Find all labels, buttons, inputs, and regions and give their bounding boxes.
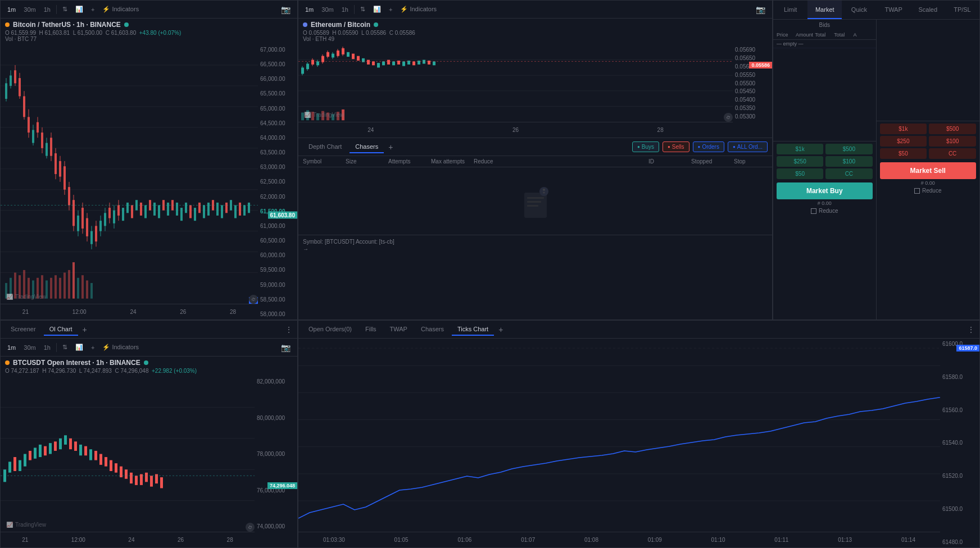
btc-1m-btn[interactable]: 1m [5,5,18,14]
sell-reduce-checkbox[interactable] [914,188,920,194]
btc-screenshot-btn[interactable]: 📷 [279,4,293,15]
tab-limit[interactable]: Limit [773,1,807,19]
svg-rect-110 [81,275,84,299]
oi-30m-btn[interactable]: 30m [21,343,38,352]
svg-rect-66 [131,205,133,218]
sell-100-btn[interactable]: $100 [929,136,976,147]
eth-chart-body: 0.05690 0.05650 0.05600 0.05550 0.05500 … [298,44,772,138]
bids-label: Bids [773,20,876,30]
tab-twap[interactable]: TWAP [877,1,911,19]
btc-clock-btn[interactable]: ⏱ [249,295,258,304]
eth-chart-type-btn[interactable]: 📊 [371,4,383,14]
ticks-chart-main-svg [298,339,940,532]
market-sell-btn[interactable]: Market Sell [880,162,977,179]
oi-indicators-btn[interactable]: ⚡ Indicators [100,342,141,352]
tab-open-orders[interactable]: Open Orders(0) [303,323,357,336]
eth-compare-btn[interactable]: ⇅ [358,4,368,14]
btc-chart-svg [1,44,258,304]
tab-twap-bottom[interactable]: TWAP [384,323,413,336]
btc-indicators-btn[interactable]: ⚡ Indicators [100,4,141,14]
all-orders-btn[interactable]: ● ALL Ord... [728,141,768,152]
buy-1k-btn[interactable]: $1k [777,144,823,154]
btc-dot-icon [5,22,10,27]
oi-compare-btn[interactable]: ⇅ [60,342,70,352]
buy-250-btn[interactable]: $250 [777,156,823,167]
sell-500-btn[interactable]: $500 [929,124,976,134]
oi-current-price-badge: 74,296.048 [267,482,297,489]
btc-compare-btn[interactable]: ⇅ [60,4,70,14]
oi-1m-btn[interactable]: 1m [5,343,18,352]
buy-100-btn[interactable]: $100 [825,156,872,167]
oi-clock-btn[interactable]: ⏱ [246,523,255,532]
eth-1m-btn[interactable]: 1m [303,5,316,14]
tab-market[interactable]: Market [807,1,842,19]
svg-rect-68 [140,203,142,216]
btc-low: L 61,500.00 [73,30,102,36]
symbol-account-info: Symbol: [BTCUSDT] Account: [ts-cb] → [298,235,772,255]
buy-500-btn[interactable]: $500 [825,144,872,154]
screener-tab-add[interactable]: + [80,325,89,334]
sell-250-btn[interactable]: $250 [880,136,927,147]
oi-add-btn[interactable]: + [89,343,97,352]
svg-rect-76 [176,203,178,216]
svg-rect-82 [203,205,205,218]
sell-50-btn[interactable]: $50 [880,148,927,159]
tab-screener[interactable]: Screener [5,323,42,336]
oi-chart-body: 82,000,000 80,000,000 78,000,000 76,000,… [1,376,297,547]
middle-panel: 1m 30m 1h ⇅ 📊 + ⚡ Indicators 📷 Ethereum … [298,0,773,320]
svg-rect-188 [59,439,62,449]
orders-btn[interactable]: ● Orders [693,141,724,152]
eth-add-btn[interactable]: + [387,5,394,14]
oi-tv-logo: 📈 TradingView [6,522,46,528]
tab-chasers-bottom[interactable]: Chasers [415,323,450,336]
btc-chart-type-btn[interactable]: 📊 [73,4,85,14]
tab-depth-chart[interactable]: Depth Chart [303,141,347,153]
ticks-time-scale: 01:03:30 01:05 01:06 01:07 01:08 01:09 0… [298,532,940,547]
buy-buttons-section: $1k $500 $250 $100 $50 CC Market Buy # 0… [773,141,876,218]
svg-rect-149 [407,61,410,65]
sell-cc-btn[interactable]: CC [929,148,976,159]
eth-screenshot-btn[interactable]: 📷 [754,4,768,15]
buys-btn[interactable]: ● Buys [632,141,659,152]
oi-screenshot-btn[interactable]: 📷 [279,342,293,353]
oi-title-text: BTCUSDT Open Interest · 1h · BINANCE [13,359,140,367]
tab-quick[interactable]: Quick [842,1,876,19]
eth-indicators-btn[interactable]: ⚡ Indicators [398,4,439,14]
oi-1h-btn[interactable]: 1h [42,343,53,352]
btc-30m-btn[interactable]: 30m [21,5,38,14]
oi-chart-type-btn[interactable]: 📊 [73,342,85,352]
tab-chasers[interactable]: Chasers [350,141,384,153]
tab-oi-chart[interactable]: Ol Chart [44,323,78,336]
tab-fills[interactable]: Fills [360,323,382,336]
sells-btn[interactable]: ● Sells [663,141,689,152]
sell-1k-btn[interactable]: $1k [880,124,927,134]
btc-add-btn[interactable]: + [89,5,97,14]
btc-1h-btn[interactable]: 1h [42,5,53,14]
eth-dot-icon [303,22,307,27]
order-book-rows: — empty — [773,40,876,141]
tab-tpsl[interactable]: TP/SL [945,1,979,19]
orders-empty-state [298,167,772,235]
svg-rect-150 [412,61,415,65]
svg-rect-80 [194,208,196,221]
tab-add-btn[interactable]: + [386,143,395,152]
buy-reduce-checkbox[interactable] [811,208,816,214]
bottom-menu-dots[interactable]: ⋮ [967,325,975,334]
buy-cc-btn[interactable]: CC [825,168,872,179]
tab-scaled[interactable]: Scaled [911,1,945,19]
eth-1h-btn[interactable]: 1h [339,5,351,14]
eth-30m-btn[interactable]: 30m [319,5,335,14]
svg-rect-144 [382,61,385,65]
oi-live-dot [144,360,148,365]
btc-chart-info: Bitcoin / TetherUS · 1h · BINANCE O 61,5… [1,19,297,44]
tab-ticks-chart[interactable]: Ticks Chart [452,323,494,336]
eth-close: C 0.05586 [389,30,415,36]
col-stop: Stop [734,158,768,165]
screener-menu-dots[interactable]: ⋮ [285,325,293,334]
buy-50-btn[interactable]: $50 [777,168,823,179]
market-buy-btn[interactable]: Market Buy [777,182,873,199]
bottom-tab-add[interactable]: + [496,325,505,334]
eth-clock-btn[interactable]: ⏱ [724,113,733,122]
svg-rect-172 [1,376,255,532]
svg-rect-143 [377,63,380,67]
